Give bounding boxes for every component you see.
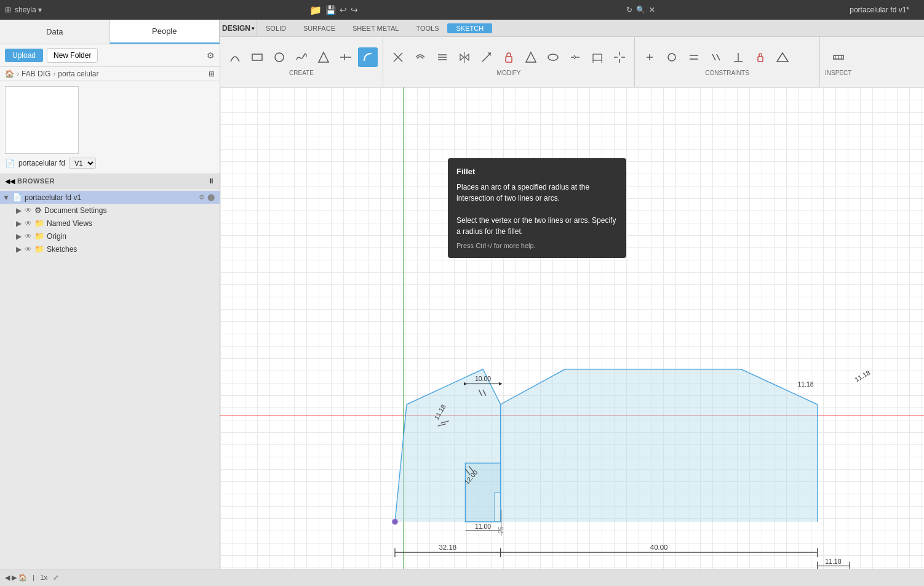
sketches-arrow[interactable]: ▶ — [15, 245, 22, 254]
user-menu[interactable]: sheyla ▾ — [15, 6, 42, 14]
dim-d3-upper-label: 11.18 — [854, 369, 871, 383]
grid-icon[interactable]: ⊞ — [5, 6, 11, 14]
sketch-dim-tool[interactable] — [587, 47, 607, 67]
tab-data[interactable]: Data — [0, 20, 110, 44]
file-preview: 📄 portacelular fd V1 V2 — [0, 81, 220, 174]
modify-buttons — [388, 47, 629, 67]
fillet-tool[interactable] — [358, 47, 378, 67]
polygon-tool[interactable] — [314, 47, 333, 67]
origin-arrow[interactable]: ▶ — [15, 232, 22, 241]
mirror-tool[interactable] — [455, 47, 474, 67]
save-icon[interactable]: 💾 — [325, 5, 336, 15]
tab-sheet-metal[interactable]: SHEET METAL — [344, 23, 407, 33]
user-caret: ▾ — [38, 6, 42, 14]
browser-collapse-icon[interactable]: ⏸ — [207, 177, 215, 185]
refresh-icon[interactable]: ↻ — [626, 6, 632, 14]
svg-line-29 — [712, 54, 715, 60]
tooltip-title: Fillet — [456, 166, 618, 178]
tree-origin[interactable]: ▶ 👁 📁 Origin — [0, 230, 220, 243]
tree-root-item[interactable]: ▼ 📄 portacelular fd v1 ⚙ ⬤ — [0, 191, 220, 204]
named-views-arrow[interactable]: ▶ — [15, 219, 22, 228]
rect-tool[interactable] — [247, 47, 267, 67]
redo-icon[interactable]: ↪ — [351, 5, 358, 15]
svg-line-30 — [717, 54, 720, 60]
inspect-buttons — [829, 47, 848, 67]
tree-sketches[interactable]: ▶ 👁 📁 Sketches — [0, 243, 220, 255]
search-icon[interactable]: 🔍 — [636, 6, 645, 14]
toolbar-create-section: CREATE — [220, 37, 383, 87]
scale-tool[interactable] — [477, 47, 496, 67]
close-icon[interactable]: ✕ — [649, 6, 655, 14]
fix-constraint[interactable] — [751, 47, 770, 67]
doc-settings-arrow[interactable]: ▶ — [15, 206, 22, 215]
breadcrumb-settings-icon[interactable]: ⊞ — [209, 70, 215, 78]
lock-tool[interactable] — [499, 47, 519, 67]
eye-icon-4[interactable]: 👁 — [25, 245, 32, 254]
eye-icon[interactable]: 👁 — [25, 206, 32, 215]
project-tool[interactable] — [521, 47, 541, 67]
measure-tool[interactable] — [829, 47, 848, 67]
circle-tool[interactable] — [269, 47, 289, 67]
tree-doc-settings[interactable]: ▶ 👁 ⚙ Document Settings — [0, 204, 220, 217]
svg-marker-13 — [526, 52, 536, 62]
tree-named-views[interactable]: ▶ 👁 📁 Named Views — [0, 217, 220, 230]
svg-point-26 — [668, 54, 675, 61]
root-settings-icon[interactable]: ⚙ — [199, 193, 205, 201]
colinear-constraint[interactable] — [662, 47, 682, 67]
tangent-constraint[interactable] — [795, 47, 814, 67]
dim-d1-label: 10.00 — [475, 375, 491, 382]
browser-back-icon[interactable]: ◀◀ — [5, 177, 15, 185]
arc-tool[interactable] — [225, 47, 245, 67]
upload-button[interactable]: Upload — [5, 49, 43, 62]
file-menu-icon[interactable]: 📁 — [309, 4, 322, 16]
trim-tool[interactable] — [388, 47, 408, 67]
svg-rect-12 — [506, 57, 512, 62]
line-tool[interactable] — [336, 47, 356, 67]
tab-people[interactable]: People — [110, 20, 220, 44]
pattern-tool[interactable] — [432, 47, 452, 67]
bottom-bar: ◀ ▶ 🏠 | 1x ⤢ — [0, 569, 924, 586]
undo-icon[interactable]: ↩ — [340, 5, 347, 15]
svg-rect-33 — [758, 57, 763, 62]
new-folder-button[interactable]: New Folder — [47, 48, 98, 63]
browser-tree: ▼ 📄 portacelular fd v1 ⚙ ⬤ ▶ 👁 ⚙ Documen… — [0, 188, 220, 258]
svg-marker-2 — [319, 52, 329, 62]
sidebar-actions: Upload New Folder ⚙ — [0, 44, 220, 67]
tooltip-body: Places an arc of a specified radius at t… — [456, 182, 618, 237]
root-more-icon[interactable]: ⬤ — [207, 193, 215, 201]
breadcrumb-fab-dig[interactable]: FAB DIG — [22, 70, 50, 78]
tab-tools[interactable]: TOOLS — [407, 23, 447, 33]
browser-panel: ◀◀ BROWSER ⏸ ▼ 📄 portacelular fd v1 ⚙ ⬤ … — [0, 174, 220, 569]
toolbar-inspect-section: INSPECT — [820, 37, 856, 87]
tab-sketch[interactable]: SKETCH — [447, 23, 492, 33]
breadcrumb-current: porta celular — [58, 70, 98, 78]
root-arrow[interactable]: ▼ — [2, 193, 10, 202]
explode-tool[interactable] — [610, 47, 629, 67]
named-views-icon: 📁 — [34, 219, 44, 228]
sketch-left-shape — [395, 369, 501, 522]
break-tool[interactable] — [565, 47, 585, 67]
coincident-constraint[interactable] — [640, 47, 659, 67]
design-dropdown[interactable]: DESIGN ▾ — [220, 20, 257, 36]
perpendicular-constraint[interactable] — [728, 47, 748, 67]
status-text: ◀ ▶ 🏠 | 1x ⤢ — [5, 574, 58, 582]
axis-label-25: -25 — [498, 526, 504, 536]
version-select[interactable]: V1 V2 — [69, 158, 96, 169]
offset-tool[interactable] — [410, 47, 430, 67]
settings-icon[interactable]: ⚙ — [207, 50, 215, 60]
eye-icon-2[interactable]: 👁 — [25, 219, 32, 228]
canvas-area[interactable]: Fillet Places an arc of a specified radi… — [220, 87, 924, 569]
home-icon[interactable]: 🏠 — [5, 70, 14, 78]
origin-point — [392, 519, 398, 525]
symmetry-constraint[interactable] — [773, 47, 792, 67]
construct-ellipse-tool[interactable] — [543, 47, 563, 67]
eye-icon-3[interactable]: 👁 — [25, 232, 32, 241]
dim-d7-label: 40.00 — [650, 544, 668, 551]
equal-constraint[interactable] — [684, 47, 704, 67]
tab-surface[interactable]: SURFACE — [295, 23, 344, 33]
create-buttons — [225, 47, 378, 67]
spline-tool[interactable] — [292, 47, 311, 67]
svg-marker-34 — [777, 53, 788, 62]
parallel-constraint[interactable] — [706, 47, 726, 67]
tab-solid[interactable]: SOLID — [257, 23, 295, 33]
